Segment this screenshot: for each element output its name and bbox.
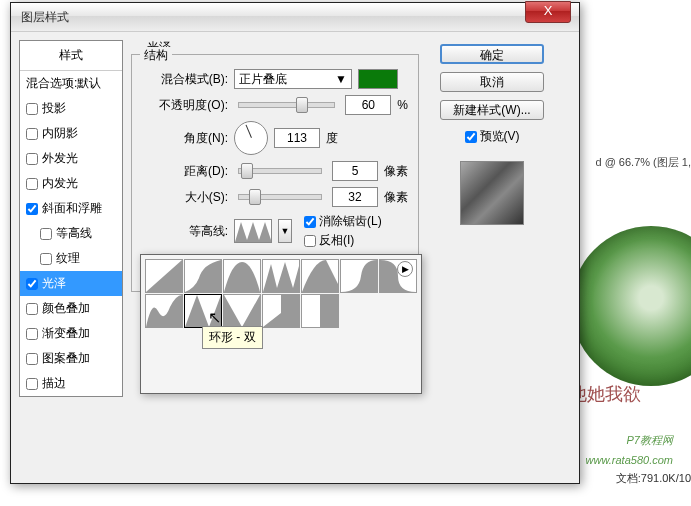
contour-preset-8[interactable] — [184, 294, 222, 328]
new-style-button[interactable]: 新建样式(W)... — [440, 100, 544, 120]
style-label: 颜色叠加 — [42, 300, 90, 317]
button-panel: 确定 取消 新建样式(W)... 预览(V) — [427, 40, 557, 397]
opacity-slider[interactable] — [238, 102, 335, 108]
angle-label: 角度(N): — [142, 130, 228, 147]
bg-site-name: P7教程网 — [627, 433, 673, 448]
antialias-checkbox[interactable]: 消除锯齿(L) — [304, 213, 390, 230]
angle-dial[interactable] — [234, 121, 268, 155]
blend-mode-label: 混合模式(B): — [142, 71, 228, 88]
contour-dropdown-button[interactable]: ▼ — [278, 219, 292, 243]
blend-mode-dropdown[interactable]: 正片叠底▼ — [234, 69, 352, 89]
style-label: 内发光 — [42, 175, 78, 192]
size-slider[interactable] — [238, 194, 322, 200]
style-item-9[interactable]: 渐变叠加 — [20, 321, 122, 346]
style-checkbox-4[interactable] — [26, 203, 38, 215]
style-checkbox-10[interactable] — [26, 353, 38, 365]
layer-style-dialog: 图层样式 X 样式 混合选项:默认 投影内阴影外发光内发光斜面和浮雕等高线纹理光… — [10, 2, 580, 484]
style-item-2[interactable]: 外发光 — [20, 146, 122, 171]
contour-preset-5[interactable] — [340, 259, 378, 293]
style-item-3[interactable]: 内发光 — [20, 171, 122, 196]
invert-checkbox[interactable]: 反相(I) — [304, 232, 390, 249]
style-item-6[interactable]: 纹理 — [20, 246, 122, 271]
bg-doc-title: d @ 66.7% (图层 1, — [595, 155, 691, 170]
size-label: 大小(S): — [142, 189, 228, 206]
blend-options-item[interactable]: 混合选项:默认 — [20, 71, 122, 96]
cancel-button[interactable]: 取消 — [440, 72, 544, 92]
contour-preset-10[interactable] — [262, 294, 300, 328]
size-unit: 像素 — [384, 189, 408, 206]
bg-url: www.rata580.com — [586, 454, 673, 466]
ok-button[interactable]: 确定 — [440, 44, 544, 64]
style-label: 纹理 — [56, 250, 80, 267]
style-checkbox-7[interactable] — [26, 278, 38, 290]
style-item-0[interactable]: 投影 — [20, 96, 122, 121]
style-checkbox-9[interactable] — [26, 328, 38, 340]
style-checkbox-8[interactable] — [26, 303, 38, 315]
style-checkbox-3[interactable] — [26, 178, 38, 190]
contour-preview[interactable] — [234, 219, 272, 243]
contour-tooltip: 环形 - 双 — [202, 326, 263, 349]
distance-input[interactable] — [332, 161, 378, 181]
style-checkbox-1[interactable] — [26, 128, 38, 140]
opacity-label: 不透明度(O): — [142, 97, 228, 114]
style-label: 等高线 — [56, 225, 92, 242]
style-checkbox-0[interactable] — [26, 103, 38, 115]
style-checkbox-5[interactable] — [40, 228, 52, 240]
opacity-input[interactable] — [345, 95, 391, 115]
contour-preset-11[interactable] — [301, 294, 339, 328]
style-item-1[interactable]: 内阴影 — [20, 121, 122, 146]
titlebar[interactable]: 图层样式 X — [11, 3, 579, 32]
contour-preset-1[interactable] — [184, 259, 222, 293]
angle-unit: 度 — [326, 130, 338, 147]
style-item-5[interactable]: 等高线 — [20, 221, 122, 246]
contour-preset-7[interactable] — [145, 294, 183, 328]
style-checkbox-2[interactable] — [26, 153, 38, 165]
angle-input[interactable] — [274, 128, 320, 148]
contour-preset-2[interactable] — [223, 259, 261, 293]
preview-checkbox[interactable]: 预览(V) — [465, 128, 520, 145]
contour-preset-4[interactable] — [301, 259, 339, 293]
chevron-down-icon: ▼ — [335, 72, 347, 86]
style-label: 光泽 — [42, 275, 66, 292]
style-label: 图案叠加 — [42, 350, 90, 367]
contour-label: 等高线: — [142, 223, 228, 240]
style-item-4[interactable]: 斜面和浮雕 — [20, 196, 122, 221]
popup-menu-button[interactable]: ▶ — [397, 261, 413, 277]
style-label: 外发光 — [42, 150, 78, 167]
style-checkbox-11[interactable] — [26, 378, 38, 390]
style-label: 内阴影 — [42, 125, 78, 142]
status-file-size: 文档:791.0K/10 — [616, 471, 691, 486]
style-label: 渐变叠加 — [42, 325, 90, 342]
contour-preset-3[interactable] — [262, 259, 300, 293]
close-button[interactable]: X — [525, 1, 571, 23]
styles-header[interactable]: 样式 — [20, 41, 122, 71]
color-swatch[interactable] — [358, 69, 398, 89]
preview-thumbnail — [460, 161, 524, 225]
distance-label: 距离(D): — [142, 163, 228, 180]
distance-slider[interactable] — [238, 168, 322, 174]
window-title: 图层样式 — [21, 9, 69, 26]
size-input[interactable] — [332, 187, 378, 207]
structure-title: 结构 — [140, 47, 172, 64]
style-checkbox-6[interactable] — [40, 253, 52, 265]
style-item-11[interactable]: 描边 — [20, 371, 122, 396]
contour-picker-popup: ▶ — [140, 254, 422, 394]
contour-preset-9[interactable] — [223, 294, 261, 328]
style-label: 斜面和浮雕 — [42, 200, 102, 217]
styles-list: 样式 混合选项:默认 投影内阴影外发光内发光斜面和浮雕等高线纹理光泽颜色叠加渐变… — [19, 40, 123, 397]
style-item-8[interactable]: 颜色叠加 — [20, 296, 122, 321]
contour-preset-0[interactable] — [145, 259, 183, 293]
bg-jade-circle — [571, 226, 691, 386]
style-item-7[interactable]: 光泽 — [20, 271, 122, 296]
distance-unit: 像素 — [384, 163, 408, 180]
style-label: 描边 — [42, 375, 66, 392]
style-label: 投影 — [42, 100, 66, 117]
opacity-unit: % — [397, 98, 408, 112]
style-item-10[interactable]: 图案叠加 — [20, 346, 122, 371]
